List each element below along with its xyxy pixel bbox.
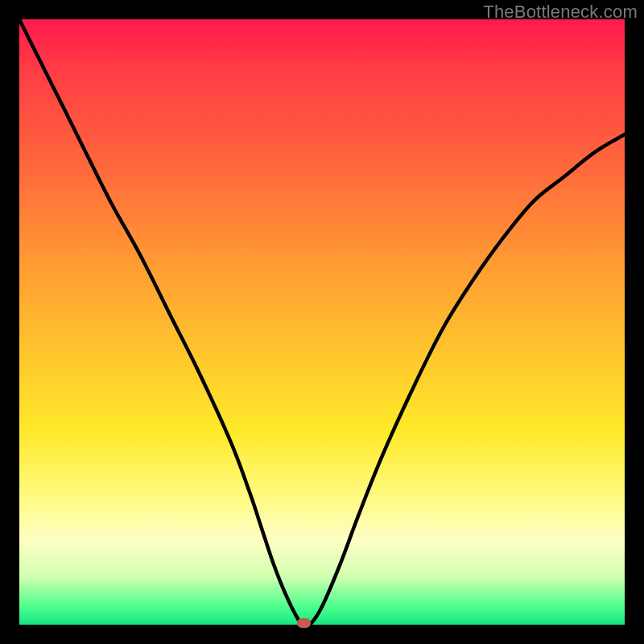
watermark-text: TheBottleneck.com xyxy=(483,2,638,23)
minimum-marker xyxy=(297,618,311,628)
bottleneck-curve xyxy=(19,19,625,625)
plot-area xyxy=(19,19,625,625)
chart-frame: TheBottleneck.com xyxy=(0,0,644,644)
